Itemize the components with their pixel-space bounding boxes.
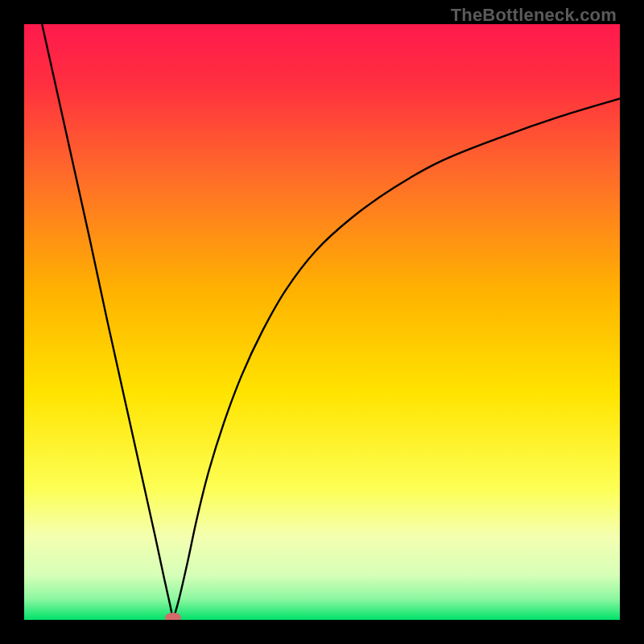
watermark-text: TheBottleneck.com xyxy=(451,5,617,26)
bottleneck-curve xyxy=(24,24,620,620)
chart-frame: TheBottleneck.com xyxy=(0,0,644,644)
minimum-marker xyxy=(165,613,181,620)
plot-area xyxy=(24,24,620,620)
